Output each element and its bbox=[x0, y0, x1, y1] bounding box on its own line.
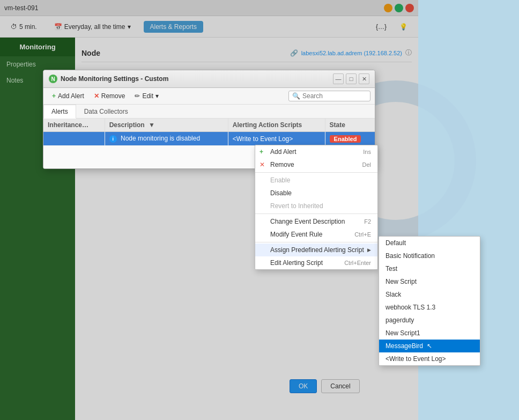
modal-maximize-button[interactable]: □ bbox=[346, 73, 357, 84]
edit-button[interactable]: ✏ Edit ▾ bbox=[130, 91, 163, 101]
col-inheritance[interactable]: Inheritance… bbox=[43, 119, 105, 132]
submenu-basic-notification-label: Basic Notification bbox=[385, 252, 435, 260]
submenu: Default Basic Notification Test New Scri… bbox=[379, 236, 480, 366]
ctx-sep-1 bbox=[255, 172, 377, 173]
modal-toolbar-left: + Add Alert ✕ Remove ✏ Edit ▾ bbox=[48, 91, 163, 101]
submenu-messagebird[interactable]: MessageBird ↖ bbox=[379, 340, 480, 352]
submenu-pagerduty[interactable]: pagerduty bbox=[379, 314, 480, 327]
submenu-write-event-log[interactable]: <Write to Event Log> bbox=[379, 352, 480, 365]
submenu-slack[interactable]: Slack bbox=[379, 288, 480, 301]
submenu-test[interactable]: Test bbox=[379, 262, 480, 275]
ctx-revert: Revert to Inherited bbox=[255, 200, 377, 212]
submenu-new-script1-label: New Script1 bbox=[385, 329, 420, 337]
search-icon: 🔍 bbox=[292, 92, 300, 100]
col-state-label: State bbox=[330, 121, 345, 129]
ctx-assign-script[interactable]: Assign Predefined Alerting Script bbox=[255, 244, 377, 256]
submenu-new-script1[interactable]: New Script1 bbox=[379, 327, 480, 340]
add-alert-label: Add Alert bbox=[58, 92, 84, 100]
submenu-slack-label: Slack bbox=[385, 291, 401, 298]
info-icon: i bbox=[109, 135, 117, 143]
ctx-add-alert-label: Add Alert bbox=[270, 148, 296, 156]
col-state[interactable]: State bbox=[325, 119, 375, 132]
cell-description-text: Node monitoring is disabled bbox=[121, 135, 200, 142]
edit-chevron: ▾ bbox=[155, 92, 159, 100]
submenu-write-event-log-label: <Write to Event Log> bbox=[385, 355, 446, 363]
submenu-new-script[interactable]: New Script bbox=[379, 275, 480, 288]
submenu-default[interactable]: Default bbox=[379, 237, 480, 249]
context-menu: + Add Alert Ins ✕ Remove Del Enable Disa… bbox=[255, 145, 378, 270]
tab-data-collectors[interactable]: Data Collectors bbox=[76, 105, 136, 118]
submenu-default-label: Default bbox=[385, 239, 406, 247]
submenu-webhook-label: webhook TLS 1.3 bbox=[385, 304, 435, 311]
cell-scripts: <Write to Event Log> bbox=[228, 132, 325, 146]
ctx-change-desc-shortcut: F2 bbox=[364, 218, 371, 225]
ctx-modify-rule[interactable]: Modify Event Rule Ctrl+E bbox=[255, 228, 377, 241]
modal-title-controls: — □ ✕ bbox=[333, 73, 369, 84]
cell-state: Enabled bbox=[325, 132, 375, 146]
col-scripts-label: Alerting Action Scripts bbox=[233, 121, 302, 129]
ctx-modify-rule-label: Modify Event Rule bbox=[270, 231, 322, 238]
ctx-remove[interactable]: ✕ Remove Del bbox=[255, 158, 377, 171]
edit-icon: ✏ bbox=[135, 92, 140, 100]
cell-inheritance bbox=[43, 132, 105, 146]
modal-minimize-button[interactable]: — bbox=[333, 73, 344, 84]
col-scripts[interactable]: Alerting Action Scripts bbox=[228, 119, 325, 132]
ctx-revert-label: Revert to Inherited bbox=[270, 202, 323, 210]
ctx-change-desc-label: Change Event Description bbox=[270, 218, 345, 225]
ctx-edit-script-shortcut: Ctrl+Enter bbox=[344, 260, 371, 266]
ctx-change-desc[interactable]: Change Event Description F2 bbox=[255, 215, 377, 228]
submenu-webhook[interactable]: webhook TLS 1.3 bbox=[379, 301, 480, 314]
table-row[interactable]: i Node monitoring is disabled <Write to … bbox=[43, 132, 375, 146]
ctx-sep-3 bbox=[255, 242, 377, 242]
ctx-edit-script-label: Edit Alerting Script bbox=[270, 259, 323, 267]
ctx-add-alert-shortcut: Ins bbox=[363, 149, 371, 155]
status-badge: Enabled bbox=[330, 135, 361, 143]
modal-toolbar: + Add Alert ✕ Remove ✏ Edit ▾ 🔍 bbox=[43, 88, 375, 105]
ctx-disable[interactable]: Disable bbox=[255, 187, 377, 200]
submenu-pagerduty-label: pagerduty bbox=[385, 316, 414, 324]
ctx-x-icon: ✕ bbox=[260, 161, 265, 168]
ctx-edit-script[interactable]: Edit Alerting Script Ctrl+Enter bbox=[255, 256, 377, 269]
ctx-plus-icon: + bbox=[260, 148, 263, 156]
remove-button[interactable]: ✕ Remove bbox=[90, 91, 130, 101]
search-input[interactable] bbox=[302, 92, 367, 100]
modal-title-area: N Node Monitoring Settings - Custom bbox=[49, 75, 168, 83]
modal-titlebar: N Node Monitoring Settings - Custom — □ … bbox=[43, 70, 375, 88]
ctx-remove-label: Remove bbox=[270, 161, 294, 168]
modal-title-text: Node Monitoring Settings - Custom bbox=[61, 75, 168, 83]
edit-label: Edit bbox=[142, 92, 153, 100]
ctx-assign-script-label: Assign Predefined Alerting Script bbox=[270, 246, 364, 254]
submenu-messagebird-label: MessageBird bbox=[385, 342, 423, 350]
col-description[interactable]: Description ▼ bbox=[105, 119, 228, 132]
ctx-add-alert[interactable]: + Add Alert Ins bbox=[255, 145, 377, 158]
add-alert-button[interactable]: + Add Alert bbox=[48, 91, 88, 101]
ctx-disable-label: Disable bbox=[270, 189, 292, 197]
ctx-sep-2 bbox=[255, 213, 377, 214]
modal-title-icon: N bbox=[49, 75, 57, 83]
alerts-table: Inheritance… Description ▼ Alerting Acti… bbox=[43, 119, 375, 145]
submenu-basic-notification[interactable]: Basic Notification bbox=[379, 249, 480, 262]
submenu-test-label: Test bbox=[385, 265, 397, 272]
cell-description: i Node monitoring is disabled bbox=[105, 132, 228, 146]
modal-tabs: Alerts Data Collectors bbox=[43, 105, 375, 119]
submenu-new-script-label: New Script bbox=[385, 278, 417, 285]
search-area: 🔍 bbox=[288, 91, 370, 101]
col-description-label: Description bbox=[109, 121, 145, 129]
modal-table-container: Inheritance… Description ▼ Alerting Acti… bbox=[43, 119, 375, 145]
modal-close-button[interactable]: ✕ bbox=[359, 73, 369, 84]
plus-icon: + bbox=[52, 92, 56, 100]
cursor-icon: ↖ bbox=[427, 342, 432, 350]
ctx-enable-label: Enable bbox=[270, 176, 290, 184]
col-inheritance-label: Inheritance… bbox=[48, 121, 88, 129]
remove-label: Remove bbox=[101, 92, 125, 100]
ctx-modify-rule-shortcut: Ctrl+E bbox=[354, 231, 371, 238]
ctx-remove-shortcut: Del bbox=[362, 161, 371, 168]
tab-alerts[interactable]: Alerts bbox=[43, 105, 76, 119]
sort-icon: ▼ bbox=[149, 121, 155, 129]
ctx-enable: Enable bbox=[255, 174, 377, 187]
x-icon: ✕ bbox=[94, 92, 99, 100]
